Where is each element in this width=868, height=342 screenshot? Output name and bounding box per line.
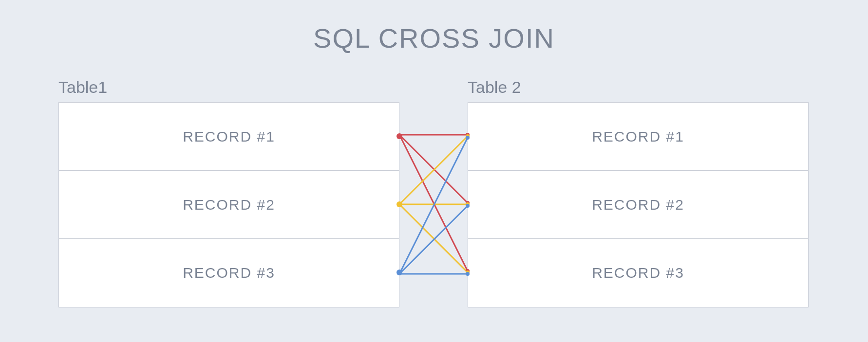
join-link bbox=[399, 138, 468, 274]
table-row: RECORD #1 bbox=[468, 103, 808, 171]
join-link bbox=[399, 206, 468, 274]
table1-label: Table1 bbox=[58, 78, 107, 97]
diagram-title: SQL CROSS JOIN bbox=[0, 22, 868, 54]
table-row: RECORD #1 bbox=[59, 103, 399, 171]
join-link bbox=[399, 136, 468, 204]
table2: RECORD #1 RECORD #2 RECORD #3 bbox=[468, 102, 809, 307]
diagram-canvas: SQL CROSS JOIN Table1 Table 2 RECORD #1 … bbox=[0, 0, 868, 342]
table-row: RECORD #3 bbox=[59, 239, 399, 307]
table2-label: Table 2 bbox=[468, 78, 521, 97]
join-link bbox=[399, 135, 468, 203]
table-row: RECORD #2 bbox=[59, 171, 399, 239]
table-row: RECORD #3 bbox=[468, 239, 808, 307]
table-row: RECORD #2 bbox=[468, 171, 808, 239]
join-link bbox=[399, 135, 468, 271]
table1: RECORD #1 RECORD #2 RECORD #3 bbox=[58, 102, 399, 307]
join-link bbox=[399, 204, 468, 272]
